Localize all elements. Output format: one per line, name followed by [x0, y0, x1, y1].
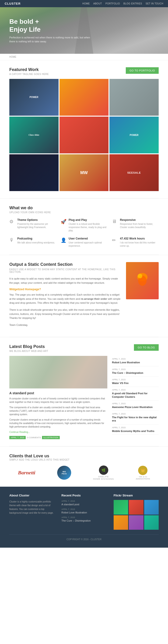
- sidebar-post-title[interactable]: The Fight for Voice in the new digital e…: [112, 416, 159, 422]
- sidebar-post: APRIL 7, 2015 The Fight for Voice in the…: [112, 411, 159, 424]
- svg-point-2: [138, 274, 142, 278]
- portfolio-label: POWER: [130, 134, 139, 136]
- sidebar-post-date: APRIL 7, 2015: [112, 358, 159, 360]
- portfolio-item[interactable]: POWER: [109, 116, 159, 154]
- portfolio-item[interactable]: POWER: [9, 79, 59, 116]
- go-to-portfolio-button[interactable]: Go to Portfolio: [126, 67, 159, 74]
- clients-tagline: SIMPLY ADD THE LOGO URLS INTO THIS WIDGE…: [9, 458, 159, 461]
- bigpeck-badge: BIGPECK: [57, 466, 71, 480]
- main-nav: HOME ABOUT PORTFOLIO BLOG ENTRIES SET IN…: [82, 2, 163, 5]
- client-logo-bigpeck: BIGPECK: [55, 466, 73, 480]
- nav-contact[interactable]: SET IN TOUCH: [146, 2, 163, 5]
- nav-home[interactable]: HOME: [82, 2, 90, 5]
- feature-title: Plug and Play: [69, 218, 107, 222]
- portfolio-label: MW: [80, 170, 88, 175]
- clients-grid: Barnetti BIGPECK 🌿 ONELIFEHOME DIVISIONS…: [9, 466, 159, 480]
- flickr-item[interactable]: [144, 515, 159, 530]
- nav-portfolio[interactable]: PORTFOLIO: [106, 2, 120, 5]
- sidebar-post-date: APRIL 7, 2015: [112, 426, 159, 429]
- onelife-text: ONELIFEHOME DIVISIONS: [93, 476, 114, 480]
- sidebar-post-title[interactable]: Awesome Pizza Lover Illustration: [112, 406, 159, 409]
- feature-title: Podcasting: [17, 237, 55, 240]
- blog-sidebar: APRIL 7, 2015 Robot Love Illustration AP…: [112, 356, 159, 439]
- portfolio-item[interactable]: SEESALE: [109, 154, 159, 191]
- pencil-icon: ✏: [112, 238, 118, 243]
- blog-post-body1: A computer cluster consists of a set of …: [9, 397, 107, 404]
- read-more-link[interactable]: Continue Reading...: [9, 431, 30, 433]
- static-body3: There is an inbuilt shortcode generator …: [9, 308, 121, 320]
- yak-icon: 👑: [138, 466, 147, 475]
- flickr-item[interactable]: [114, 515, 128, 530]
- sidebar-post-title[interactable]: Robot Love Illustration: [112, 361, 159, 364]
- flickr-item[interactable]: [144, 500, 159, 514]
- feature-content: 47.432 Work hours I do not know how did …: [120, 237, 159, 248]
- site-header: CLUSTER HOME ABOUT PORTFOLIO BLOG ENTRIE…: [0, 0, 168, 7]
- featured-work-section: Featured Work A CATCHY TAGLINE GOES HERE…: [0, 60, 168, 198]
- footer-about-text: Cluster is a highly customizable portfol…: [9, 500, 54, 515]
- footer-post-date: APRIL 7, 2015: [61, 516, 106, 518]
- nav-blog[interactable]: BLOG ENTRIES: [123, 2, 142, 5]
- featured-title: Featured Work: [9, 67, 49, 72]
- portfolio-item[interactable]: [9, 154, 59, 191]
- blog-header: Latest Blog Posts WE BLOG ABOUT WEB AND …: [9, 344, 159, 352]
- footer-post-item: APRIL 7, 2015 Robot Love Illustration: [61, 508, 106, 514]
- features-grid: ⚙ Theme Options Powered by the awesome y…: [9, 218, 159, 248]
- blog-image-placeholder: [9, 356, 107, 388]
- portfolio-item[interactable]: [59, 116, 109, 154]
- clients-title: Clients that Love us: [9, 454, 159, 458]
- portfolio-label: SEESALE: [127, 171, 141, 174]
- go-to-blog-button[interactable]: Go to Blog: [134, 344, 159, 351]
- flickr-item[interactable]: [114, 500, 128, 514]
- feature-item: ⚙ Theme Options Powered by the awesome y…: [9, 218, 56, 232]
- portfolio-item[interactable]: Class Atlas: [9, 116, 59, 154]
- static-text: Output a Static Content Section EASILY U…: [9, 262, 121, 330]
- blog-tagline: WE BLOG ABOUT WEB AND ART: [9, 350, 48, 352]
- feature-desc: Powered by the awesome yet lightweight b…: [17, 222, 56, 229]
- feature-title: User Centered: [69, 237, 107, 240]
- sidebar-post-date: APRIL 7, 2015: [112, 368, 159, 370]
- site-logo: CLUSTER: [5, 2, 21, 5]
- featured-header: Featured Work A CATCHY TAGLINE GOES HERE…: [9, 67, 159, 76]
- feature-content: Podcasting We talk about everything word…: [17, 237, 55, 244]
- podcast-icon: 🎙: [9, 238, 15, 243]
- footer-post-title[interactable]: Robot Love Illustration: [61, 511, 106, 514]
- sidebar-post-title[interactable]: The Cure – Disintegration: [112, 371, 159, 374]
- onelife-container: 🌿 ONELIFEHOME DIVISIONS: [93, 466, 114, 480]
- client-logo-barnetti: Barnetti: [16, 466, 38, 480]
- what-we-do-tagline: UPLOAD YOUR OWN ICONS HERE: [9, 211, 159, 214]
- static-body1: It is quite easy to add as many static c…: [9, 277, 121, 285]
- blog-post-body3: Computer clusters emerged as a result of…: [9, 418, 107, 428]
- blog-comments: 0 COMMENTS: [27, 436, 41, 439]
- gear-icon: ⚙: [9, 219, 15, 224]
- static-image-placeholder: [126, 262, 159, 299]
- sidebar-post-title[interactable]: Mobile Economy Myths and Truths: [112, 430, 159, 433]
- feature-item: 🚀 Plug and Play Cluster is a robust and …: [61, 218, 107, 232]
- portfolio-item[interactable]: [59, 79, 109, 116]
- bigpeck-text: BIGPECK: [62, 470, 67, 475]
- rocket-icon: 🚀: [61, 219, 66, 224]
- static-content-section: Output a Static Content Section EASILY U…: [0, 255, 168, 337]
- feature-desc: User centered approach optimal experienc…: [69, 241, 107, 248]
- blog-section: Latest Blog Posts WE BLOG ABOUT WEB AND …: [0, 337, 168, 446]
- portfolio-label: Class Atlas: [29, 134, 39, 136]
- portfolio-item[interactable]: MW: [59, 154, 109, 191]
- sidebar-post-title[interactable]: A good old Standard Post for Computer Cl…: [112, 392, 159, 398]
- feature-item: ✏ 47.432 Work hours I do not know how di…: [112, 237, 159, 248]
- flickr-item[interactable]: [129, 500, 143, 514]
- clients-section: Clients that Love us SIMPLY ADD THE LOGO…: [0, 446, 168, 487]
- sidebar-post: APRIL 7, 2015 Robot Love Illustration: [112, 356, 159, 366]
- footer-post-title[interactable]: The Cure – Disintegration: [61, 519, 106, 522]
- static-title: Output a Static Content Section: [9, 262, 121, 267]
- feature-item: 🖥 Responsive Responsive from head to foo…: [112, 218, 159, 232]
- featured-tagline: A CATCHY TAGLINE GOES HERE: [9, 73, 49, 76]
- nav-about[interactable]: ABOUT: [93, 2, 102, 5]
- feature-desc: Cluster is a robust and flexible respons…: [69, 222, 107, 232]
- static-signature: Team Codestag.: [9, 323, 121, 327]
- flickr-item[interactable]: [129, 515, 143, 530]
- portfolio-item[interactable]: [109, 79, 159, 116]
- feature-content: Responsive Responsive from head to foote…: [120, 218, 159, 229]
- footer-post-title[interactable]: A standard post: [61, 503, 106, 506]
- sidebar-post-title[interactable]: Water VS Fire: [112, 382, 159, 385]
- monitor-icon: 🖥: [112, 219, 118, 224]
- blog-title: Latest Blog Posts: [9, 344, 48, 349]
